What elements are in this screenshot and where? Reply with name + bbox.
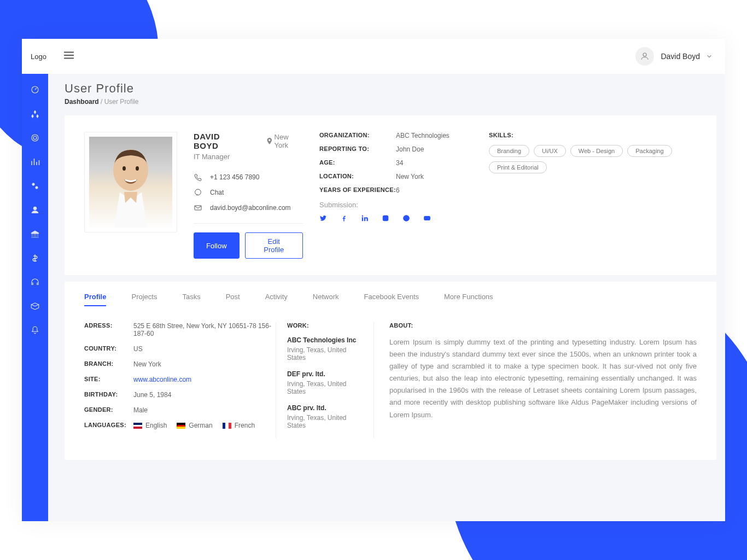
hamburger-icon[interactable] [63,49,75,63]
facebook-icon[interactable] [340,214,348,222]
svg-rect-11 [195,206,201,210]
nav-user-icon[interactable] [30,205,40,215]
site-label: SITE: [84,376,133,383]
location-label: LOCATION: [319,173,396,180]
whatsapp-icon[interactable] [402,214,410,222]
nav-dollar-icon[interactable] [30,253,40,263]
submission-label: Submission: [319,201,472,209]
profile-name: DAVID BOYD [194,132,245,150]
main-content: User Profile Dashboard / User Profile [48,74,725,521]
email-row[interactable]: david.boyd@abconline.com [194,203,303,212]
skill-pill: Branding [489,145,529,157]
nav-bank-icon[interactable] [30,229,40,239]
svg-point-5 [36,186,38,189]
skill-pill: Packaging [627,145,672,157]
work-item: ABC Technologies Inc Irving, Texas, Unit… [287,336,363,361]
birthday-label: BIRTHDAY: [84,391,133,399]
breadcrumb-root[interactable]: Dashboard [65,98,99,106]
skill-pill: Web - Design [570,145,623,157]
site-link[interactable]: www.abconline.com [133,376,191,383]
age-value: 34 [396,159,403,167]
exp-value: 6 [396,186,400,194]
branch-value: New York [133,360,161,368]
nav-headphones-icon[interactable] [30,277,40,287]
edit-profile-button[interactable]: Edit Profile [245,232,303,259]
app-container: Logo David Boyd User Profile Dashboar [22,39,725,521]
svg-point-6 [33,207,37,210]
profile-tabs-card: Profile Projects Tasks Post Activity Net… [65,282,716,460]
nav-target-icon[interactable] [30,133,40,143]
chat-row[interactable]: Chat [194,188,303,197]
reporting-label: REPORTING TO: [319,145,396,153]
linkedin-icon[interactable] [361,214,369,222]
svg-point-2 [32,135,38,141]
profile-header-card: DAVID BOYD New York IT Manager +1 123 45… [65,115,716,275]
breadcrumb-current: User Profile [104,98,139,106]
nav-box-icon[interactable] [30,301,40,311]
about-label: ABOUT: [389,322,697,329]
about-text: Lorem Ipsum is simply dummy text of the … [389,336,697,421]
skills-label: SKILLS: [489,132,697,138]
sidebar [22,74,48,521]
tab-more-functions[interactable]: More Functions [444,293,493,306]
avatar-image [89,137,172,228]
nav-bell-icon[interactable] [30,325,40,335]
age-label: AGE: [319,159,396,167]
flag-fr-icon [223,423,231,429]
svg-point-4 [32,183,35,186]
user-menu[interactable]: David Boyd [635,47,712,66]
gender-label: GENDER: [84,406,133,414]
org-value: ABC Technologies [396,132,450,139]
reporting-value: John Doe [396,145,424,153]
instagram-icon[interactable] [382,214,389,222]
skill-pill: Print & Editorial [489,161,547,173]
lang-french: French [223,422,255,429]
gender-value: Male [133,406,148,414]
country-value: US [133,345,143,353]
lang-english: English [133,422,167,429]
location-value: New York [396,173,424,180]
phone-row[interactable]: +1 123 456 7890 [194,173,303,182]
svg-point-8 [122,166,126,171]
chat-icon [194,188,202,197]
birthday-value: June 5, 1984 [133,391,171,399]
nav-settings-icon[interactable] [30,181,40,191]
divider [194,223,303,224]
work-label: WORK: [287,322,363,329]
tab-facebook-events[interactable]: Facebook Events [364,293,419,306]
youtube-icon[interactable] [423,214,431,222]
work-item: DEF prv. ltd. Irving, Texas, United Stat… [287,370,363,395]
flag-de-icon [177,423,185,429]
profile-role: IT Manager [194,153,303,161]
tab-projects[interactable]: Projects [131,293,157,306]
svg-point-3 [33,136,37,139]
tab-activity[interactable]: Activity [265,293,288,306]
skill-pill: Ui/UX [534,145,566,157]
mail-icon [194,203,202,212]
tab-network[interactable]: Network [313,293,339,306]
breadcrumb: Dashboard / User Profile [65,98,725,106]
flag-uk-icon [133,423,142,429]
svg-point-13 [362,215,363,217]
nav-dashboard-icon[interactable] [30,85,40,95]
tabs: Profile Projects Tasks Post Activity Net… [84,293,697,307]
chevron-down-icon [707,51,712,61]
twitter-icon[interactable] [319,214,327,222]
user-name: David Boyd [661,52,700,61]
tab-post[interactable]: Post [226,293,240,306]
tab-tasks[interactable]: Tasks [182,293,200,306]
svg-point-16 [387,217,387,217]
follow-button[interactable]: Follow [194,232,240,259]
page-title: User Profile [65,81,725,96]
branch-label: BRANCH: [84,360,133,368]
languages-label: LANGUAGES: [84,422,133,429]
user-icon [635,47,654,66]
profile-location: New York [267,133,303,149]
nav-chart-icon[interactable] [30,157,40,167]
tab-profile[interactable]: Profile [84,293,106,306]
nav-apps-icon[interactable] [30,109,40,119]
org-label: ORGANIZATION: [319,132,396,139]
country-label: COUNTRY: [84,345,133,353]
svg-point-10 [195,189,201,195]
skills-container: Branding Ui/UX Web - Design Packaging Pr… [489,145,697,173]
